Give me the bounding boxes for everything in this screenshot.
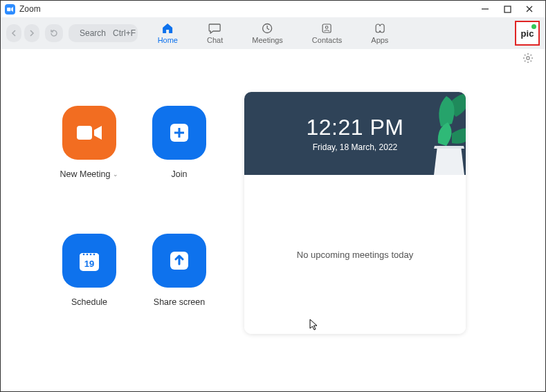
search-label: Search [80, 28, 106, 38]
svg-text:19: 19 [84, 259, 94, 269]
svg-rect-0 [7, 7, 10, 10]
calendar-icon: 19 [62, 234, 116, 288]
share-icon [152, 234, 206, 288]
card-body: No upcoming meetings today [244, 175, 466, 334]
chevron-down-icon: ⌄ [113, 171, 118, 178]
presence-indicator [531, 24, 536, 29]
card-header: 12:21 PM Friday, 18 March, 2022 [244, 92, 466, 175]
svg-point-10 [527, 57, 529, 59]
maximize-button[interactable] [502, 4, 512, 14]
svg-rect-2 [504, 6, 511, 12]
action-label: Share screen [154, 297, 205, 307]
apps-icon [374, 22, 386, 35]
action-label: Schedule [71, 297, 107, 307]
gear-icon [522, 52, 534, 64]
clock-icon [262, 22, 274, 35]
minimize-button[interactable] [480, 4, 490, 14]
tab-label: Chat [207, 36, 223, 44]
svg-point-18 [87, 254, 89, 256]
svg-point-19 [90, 254, 92, 256]
svg-point-9 [326, 26, 329, 29]
chat-icon [209, 22, 221, 35]
actions-grid: New Meeting⌄ Join 19 Schedule Share scre… [48, 106, 221, 334]
tab-label: Contacts [312, 36, 342, 44]
plant-illustration [410, 92, 466, 175]
tab-chat[interactable]: Chat [204, 21, 226, 46]
main-area: New Meeting⌄ Join 19 Schedule Share scre… [1, 64, 545, 348]
tab-label: Home [158, 36, 178, 44]
window-title: Zoom [19, 4, 41, 14]
tab-contacts[interactable]: Contacts [309, 21, 345, 46]
tab-apps[interactable]: Apps [368, 21, 391, 46]
avatar[interactable]: pic [515, 21, 540, 46]
titlebar: Zoom [1, 1, 545, 17]
contacts-icon [321, 22, 334, 35]
clock-date: Friday, 18 March, 2022 [313, 142, 398, 152]
svg-rect-11 [77, 126, 92, 140]
svg-point-17 [83, 254, 85, 256]
close-button[interactable] [525, 4, 534, 14]
tabs: Home Chat Meetings Contacts Apps [155, 21, 392, 46]
history-button[interactable] [45, 24, 63, 42]
toolbar: Search Ctrl+F Home Chat Meetings Contact… [1, 17, 545, 49]
forward-button[interactable] [24, 24, 39, 42]
tab-label: Meetings [252, 36, 283, 44]
empty-meetings-text: No upcoming meetings today [297, 250, 413, 260]
svg-point-20 [93, 254, 95, 256]
tab-meetings[interactable]: Meetings [249, 21, 286, 46]
share-screen-button[interactable]: Share screen [138, 234, 221, 334]
avatar-text: pic [521, 28, 534, 39]
back-button[interactable] [6, 24, 21, 42]
settings-button[interactable] [522, 52, 534, 64]
action-label: Join [172, 169, 188, 179]
clock-time: 12:21 PM [307, 115, 404, 140]
join-button[interactable]: Join [138, 106, 221, 206]
video-icon [62, 106, 116, 160]
info-card: 12:21 PM Friday, 18 March, 2022 No upcom… [244, 92, 466, 334]
search-shortcut: Ctrl+F [113, 28, 136, 38]
plus-icon [152, 106, 206, 160]
svg-rect-16 [80, 253, 99, 258]
new-meeting-button[interactable]: New Meeting⌄ [48, 106, 131, 206]
schedule-button[interactable]: 19 Schedule [48, 234, 131, 334]
home-icon [161, 22, 174, 35]
search-input[interactable]: Search Ctrl+F [69, 24, 138, 42]
app-logo [5, 4, 15, 15]
action-label: New Meeting [60, 169, 111, 179]
tab-label: Apps [371, 36, 388, 44]
tab-home[interactable]: Home [155, 21, 181, 46]
